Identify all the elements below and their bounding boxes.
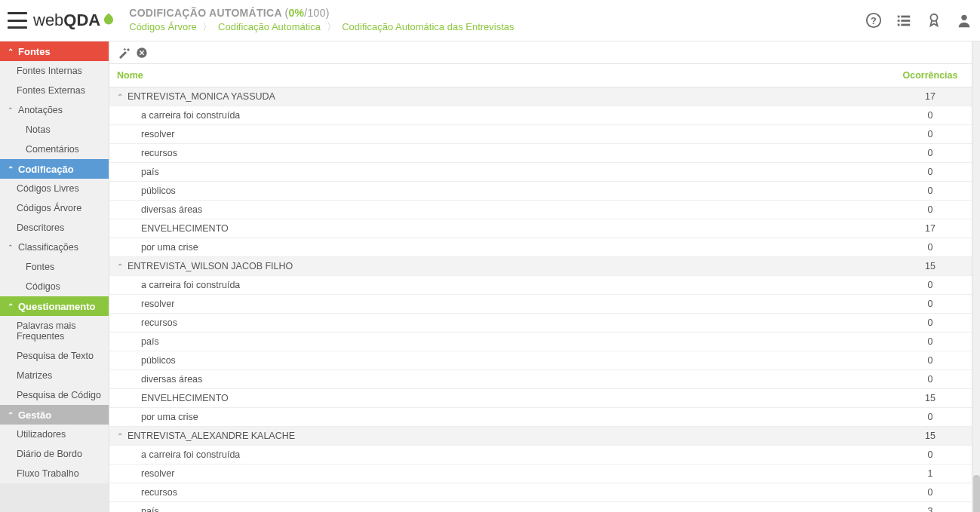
table-row[interactable]: por uma crise0 (109, 238, 972, 257)
sidebar-item-utilizadores[interactable]: Utilizadores (0, 425, 109, 444)
sidebar-item-diario-bordo[interactable]: Diário de Bordo (0, 444, 109, 464)
table-row[interactable]: resolver0 (109, 125, 972, 144)
svg-rect-2 (898, 16, 900, 18)
row-occ: 0 (889, 314, 972, 333)
table-row[interactable]: por uma crise0 (109, 408, 972, 427)
svg-rect-5 (901, 20, 910, 22)
row-occ: 0 (889, 446, 972, 464)
sidebar-item-comentarios[interactable]: Comentários (0, 139, 109, 159)
col-name[interactable]: Nome (109, 64, 889, 87)
table-row[interactable]: a carreira foi construída0 (109, 106, 972, 125)
sidebar-section-fontes[interactable]: ⌃Fontes (0, 41, 109, 61)
table-row[interactable]: diversas áreas0 (109, 370, 972, 389)
table-row[interactable]: a carreira foi construída0 (109, 276, 972, 295)
table-row[interactable]: ENVELHECIMENTO17 (109, 219, 972, 238)
page-title: CODIFICAÇÃO AUTOMÁTICA (0%/100) (129, 7, 865, 19)
sidebar-item-codigos-livres[interactable]: Códigos Livres (0, 179, 109, 198)
sidebar-item-fontes-externas[interactable]: Fontes Externas (0, 81, 109, 100)
row-name: a carreira foi construída (109, 446, 889, 464)
svg-point-8 (930, 14, 937, 21)
sidebar-item-pesquisa-codigo[interactable]: Pesquisa de Código (0, 385, 109, 405)
table-row[interactable]: diversas áreas0 (109, 201, 972, 219)
group-name: ENTREVISTA_WILSON JACOB FILHO (127, 261, 293, 271)
table-row[interactable]: resolver1 (109, 464, 972, 483)
user-icon[interactable] (956, 12, 972, 29)
row-name: ENVELHECIMENTO (109, 389, 889, 408)
row-occ: 0 (889, 351, 972, 370)
breadcrumb: Códigos Árvore 〉 Codificação Automática … (129, 20, 865, 34)
table-group-row[interactable]: ⌃ENTREVISTA_MONICA YASSUDA17 (109, 87, 972, 106)
sidebar-item-descritores[interactable]: Descritores (0, 218, 109, 238)
row-name: públicos (109, 182, 889, 201)
row-name: país (109, 163, 889, 182)
logo-web: web (33, 11, 63, 30)
sidebar-item-class-fontes[interactable]: Fontes (0, 257, 109, 277)
row-occ: 0 (889, 182, 972, 201)
sidebar-item-fluxo-trabalho[interactable]: Fluxo Trabalho (0, 464, 109, 483)
chevron-up-icon: ⌃ (8, 302, 14, 311)
leaf-icon (102, 12, 115, 26)
breadcrumb-link-1[interactable]: Codificação Automática (218, 21, 321, 32)
svg-rect-6 (898, 24, 900, 26)
table-row[interactable]: país0 (109, 163, 972, 182)
sidebar-item-class-codigos[interactable]: Códigos (0, 277, 109, 296)
scrollbar-thumb[interactable] (973, 475, 980, 512)
sidebar-group-anotacoes[interactable]: ⌃Anotações (0, 100, 109, 120)
row-name: a carreira foi construída (109, 106, 889, 125)
row-name: recursos (109, 314, 889, 333)
close-icon[interactable] (135, 46, 149, 60)
row-name: públicos (109, 351, 889, 370)
row-name: diversas áreas (109, 201, 889, 219)
svg-text:?: ? (871, 15, 877, 26)
row-occ: 0 (889, 276, 972, 295)
wand-icon[interactable] (117, 46, 131, 60)
table-row[interactable]: recursos0 (109, 144, 972, 163)
chevron-up-icon: ⌃ (8, 48, 14, 56)
table-row[interactable]: país3 (109, 502, 972, 513)
row-occ: 0 (889, 201, 972, 219)
chevron-up-icon: ⌃ (117, 432, 123, 440)
breadcrumb-link-2[interactable]: Codificação Automática das Entrevistas (342, 21, 514, 32)
right-scrollbar[interactable] (972, 41, 980, 512)
table-row[interactable]: públicos0 (109, 351, 972, 370)
table-group-row[interactable]: ⌃ENTREVISTA_ALEXANDRE KALACHE15 (109, 427, 972, 446)
sidebar-item-codigos-arvore[interactable]: Códigos Árvore (0, 198, 109, 218)
table-row[interactable]: país0 (109, 333, 972, 351)
row-occ: 0 (889, 106, 972, 125)
row-name: resolver (109, 464, 889, 483)
table-row[interactable]: resolver0 (109, 295, 972, 314)
menu-toggle[interactable] (8, 12, 27, 29)
row-occ: 1 (889, 464, 972, 483)
sidebar-section-gestao[interactable]: ⌃Gestão (0, 405, 109, 425)
svg-rect-4 (898, 20, 900, 22)
svg-point-9 (961, 15, 966, 20)
results-table: Nome Ocorrências ⌃ENTREVISTA_MONICA YASS… (109, 64, 972, 512)
row-occ: 17 (889, 219, 972, 238)
sidebar-group-classificacoes[interactable]: ⌃Classificações (0, 238, 109, 257)
row-name: ENVELHECIMENTO (109, 219, 889, 238)
sidebar-section-questionamento[interactable]: ⌃Questionamento (0, 296, 109, 316)
table-row[interactable]: ENVELHECIMENTO15 (109, 389, 972, 408)
row-occ: 0 (889, 125, 972, 144)
breadcrumb-link-0[interactable]: Códigos Árvore (129, 21, 197, 32)
help-icon[interactable]: ? (865, 12, 882, 29)
sidebar-item-fontes-internas[interactable]: Fontes Internas (0, 61, 109, 81)
table-row[interactable]: recursos0 (109, 483, 972, 502)
content-toolbar (109, 41, 972, 64)
sidebar-item-matrizes[interactable]: Matrizes (0, 366, 109, 385)
row-name: país (109, 333, 889, 351)
table-row[interactable]: públicos0 (109, 182, 972, 201)
table-row[interactable]: recursos0 (109, 314, 972, 333)
sidebar-item-palavras-frequentes[interactable]: Palavras mais Frequentes (0, 316, 109, 346)
badge-icon[interactable] (926, 12, 942, 29)
sidebar-section-codificacao[interactable]: ⌃Codificação (0, 159, 109, 179)
sidebar: ⌃Fontes Fontes Internas Fontes Externas … (0, 41, 109, 512)
table-group-row[interactable]: ⌃ENTREVISTA_WILSON JACOB FILHO15 (109, 257, 972, 276)
row-occ: 0 (889, 144, 972, 163)
sidebar-item-notas[interactable]: Notas (0, 120, 109, 139)
col-occurrences[interactable]: Ocorrências (889, 64, 972, 87)
chevron-up-icon: ⌃ (8, 244, 14, 251)
list-icon[interactable] (896, 12, 912, 29)
sidebar-item-pesquisa-texto[interactable]: Pesquisa de Texto (0, 346, 109, 366)
table-row[interactable]: a carreira foi construída0 (109, 446, 972, 464)
